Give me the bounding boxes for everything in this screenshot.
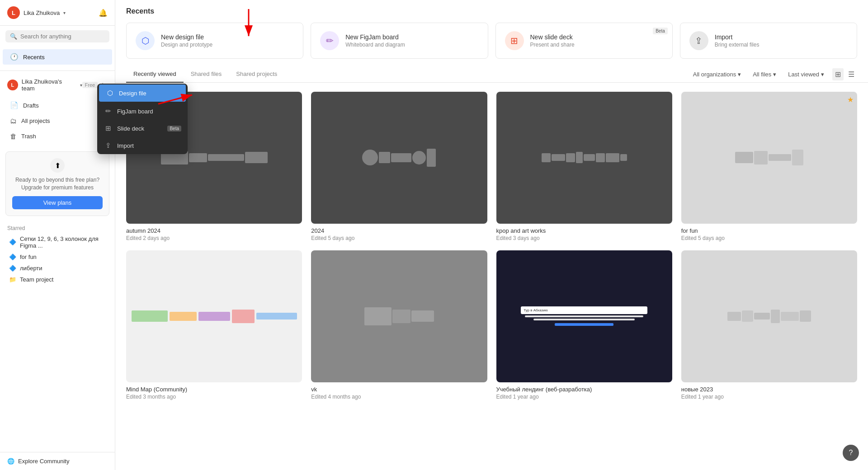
sidebar-item-trash[interactable]: 🗑 Trash: [3, 129, 112, 144]
sidebar-nav: 🕐 Recents: [0, 47, 115, 67]
file-name: 2024: [311, 227, 487, 234]
star-icon: ★: [847, 95, 854, 104]
team-chevron-icon: ▾: [80, 83, 82, 88]
folder-icon: 📁: [9, 276, 16, 283]
file-icon: 🔷: [9, 265, 16, 272]
view-plans-button[interactable]: View plans: [12, 196, 103, 209]
file-date: Edited 1 year ago: [681, 394, 857, 400]
recents-icon: 🕐: [10, 53, 19, 61]
dropdown-item-label: FigJam board: [117, 108, 153, 115]
dropdown-item-design-file[interactable]: ⬡ Design file: [99, 85, 186, 102]
file-card-1[interactable]: 2024 Edited 5 days ago: [311, 92, 487, 241]
sidebar-item-label: All projects: [21, 118, 50, 124]
explore-icon: 🌐: [7, 458, 14, 465]
starred-item-2[interactable]: 🔷 либерти: [7, 263, 108, 274]
file-name: kpop and art works: [496, 227, 672, 234]
files-filter-label: All files: [753, 71, 771, 78]
starred-section: Starred 🔷 Сетки 12, 9, 6, 3 колонок для …: [0, 221, 115, 287]
help-button[interactable]: ?: [843, 445, 859, 461]
team-info: L Lika Zhuikova's team ▾: [7, 78, 82, 92]
drafts-icon: 📄: [10, 101, 19, 109]
upgrade-icon: ⬆: [50, 158, 65, 173]
sort-filter[interactable]: Last viewed ▾: [784, 69, 828, 80]
explore-label: Explore Community: [18, 458, 69, 465]
dropdown-item-figjam[interactable]: ✏ FigJam board: [97, 103, 188, 120]
org-filter[interactable]: All organizations ▾: [689, 69, 745, 80]
file-date: Edited 1 year ago: [496, 394, 672, 400]
file-thumbnail: [496, 92, 672, 224]
page-title: Recents: [115, 0, 868, 15]
chevron-down-icon: ▾: [738, 71, 741, 78]
file-card-6[interactable]: Тур в Абхазию Учебный лендинг (веб-разра…: [496, 250, 672, 400]
action-text: Import Bring external files: [715, 33, 760, 48]
action-title: New FigJam board: [345, 33, 405, 41]
action-card-slides[interactable]: Beta ⊞ New slide deck Present and share: [495, 23, 673, 59]
view-toggle: ⊞ ☰: [832, 68, 857, 80]
action-card-import[interactable]: ⇪ Import Bring external files: [680, 23, 857, 59]
file-card-5[interactable]: vk Edited 4 months ago: [311, 250, 487, 400]
sidebar-item-drafts[interactable]: 📄 Drafts: [3, 98, 112, 113]
tab-shared-files[interactable]: Shared files: [184, 66, 229, 83]
file-date: Edited 3 days ago: [496, 235, 672, 241]
notification-icon[interactable]: 🔔: [99, 9, 108, 17]
file-date: Edited 3 months ago: [126, 394, 302, 400]
upgrade-box: ⬆ Ready to go beyond this free plan? Upg…: [5, 151, 109, 216]
dropdown-item-label: Design file: [119, 90, 146, 97]
sidebar-item-label: Recents: [23, 54, 45, 61]
team-name: Lika Zhuikova's team: [22, 78, 76, 92]
import-icon: ⇪: [689, 31, 708, 50]
dropdown-item-slide-deck[interactable]: ⊞ Slide deck Beta: [97, 120, 188, 137]
dropdown-item-import[interactable]: ⇪ Import: [97, 137, 188, 154]
figjam-dropdown-icon: ✏: [104, 107, 113, 115]
starred-item-3[interactable]: 📁 Team project: [7, 274, 108, 285]
search-box[interactable]: 🔍: [5, 30, 109, 42]
free-badge: Free: [82, 82, 98, 88]
action-desc: Bring external files: [715, 42, 760, 48]
file-name: vk: [311, 386, 487, 393]
file-name: for fun: [681, 227, 857, 234]
sidebar-item-recents[interactable]: 🕐 Recents: [3, 49, 112, 65]
file-name: Mind Map (Community): [126, 386, 302, 393]
file-grid: autumn 2024 Edited 2 days ago 2024 Edite…: [115, 83, 868, 409]
file-date: Edited 4 months ago: [311, 394, 487, 400]
sidebar-header: L Lika Zhuikova ▾ 🔔: [0, 0, 115, 26]
file-card-7[interactable]: новые 2023 Edited 1 year ago: [681, 250, 857, 400]
list-view-button[interactable]: ☰: [845, 68, 857, 80]
sidebar-item-all-projects[interactable]: 🗂 All projects: [3, 113, 112, 128]
search-input[interactable]: [20, 33, 105, 40]
action-title: Import: [715, 33, 760, 41]
file-date: Edited 5 days ago: [681, 235, 857, 241]
slide-deck-dropdown-icon: ⊞: [104, 124, 113, 132]
action-desc: Present and share: [530, 42, 575, 48]
starred-item-1[interactable]: 🔷 for fun: [7, 251, 108, 263]
action-card-figjam[interactable]: ✏ New FigJam board Whiteboard and diagra…: [311, 23, 488, 59]
team-avatar: L: [7, 80, 18, 90]
file-thumbnail: ★: [681, 92, 857, 224]
files-filter[interactable]: All files ▾: [749, 69, 780, 80]
file-thumbnail: [311, 250, 487, 382]
tab-recently-viewed[interactable]: Recently viewed: [126, 66, 184, 83]
design-file-icon: ⬡: [136, 31, 155, 50]
grid-view-button[interactable]: ⊞: [832, 68, 844, 80]
trash-icon: 🗑: [10, 132, 17, 140]
upgrade-text: Ready to go beyond this free plan? Upgra…: [12, 176, 103, 192]
file-card-3[interactable]: ★ for fun Edited 5 days ago: [681, 92, 857, 241]
action-card-design[interactable]: ⬡ New design file Design and prototype: [126, 23, 303, 59]
explore-community-link[interactable]: 🌐 Explore Community: [7, 458, 108, 465]
file-name: новые 2023: [681, 386, 857, 393]
design-file-dropdown-icon: ⬡: [105, 89, 114, 97]
user-menu[interactable]: L Lika Zhuikova ▾: [7, 6, 66, 19]
file-card-2[interactable]: kpop and art works Edited 3 days ago: [496, 92, 672, 241]
beta-badge: Beta: [653, 28, 668, 34]
chevron-down-icon: ▾: [821, 71, 824, 78]
dropdown-beta-badge: Beta: [167, 126, 181, 132]
chevron-down-icon: ▾: [773, 71, 776, 78]
action-title: New slide deck: [530, 33, 575, 41]
tab-shared-projects[interactable]: Shared projects: [229, 66, 284, 83]
starred-item-0[interactable]: 🔷 Сетки 12, 9, 6, 3 колонок для Figma ..…: [7, 233, 108, 251]
figjam-icon: ✏: [320, 31, 339, 50]
sidebar: L Lika Zhuikova ▾ 🔔 🔍 🕐 Recents L Lika Z…: [0, 0, 115, 470]
all-projects-icon: 🗂: [10, 117, 17, 125]
file-card-4[interactable]: Mind Map (Community) Edited 3 months ago: [126, 250, 302, 400]
file-date: Edited 5 days ago: [311, 235, 487, 241]
